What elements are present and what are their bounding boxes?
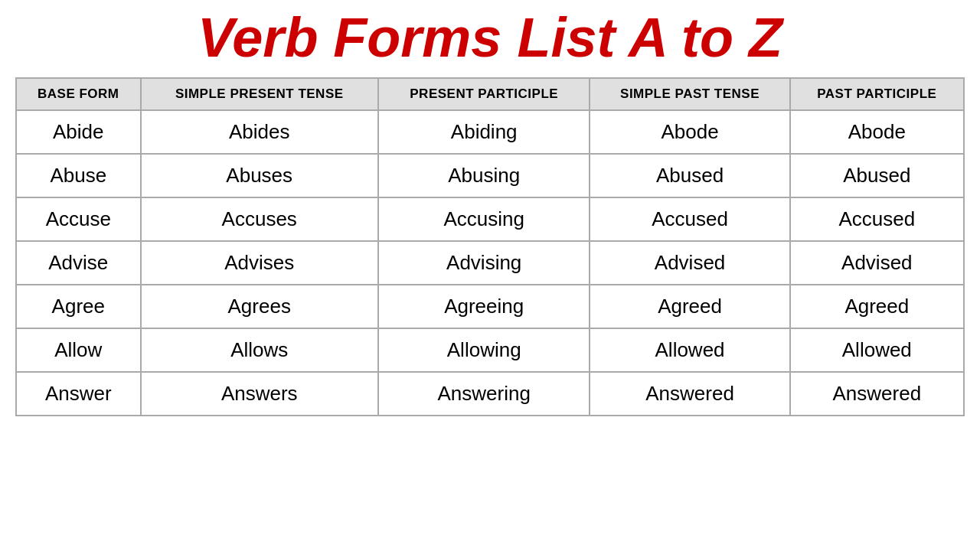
- table-cell: Allows: [141, 328, 378, 372]
- table-cell: Accused: [790, 197, 964, 241]
- table-row: AbideAbidesAbidingAbodeAbode: [16, 110, 964, 154]
- table-cell: Allowing: [378, 328, 590, 372]
- table-cell: Allowed: [590, 328, 789, 372]
- table-row: AllowAllowsAllowingAllowedAllowed: [16, 328, 964, 372]
- table-cell: Answering: [378, 372, 590, 416]
- table-cell: Allowed: [790, 328, 964, 372]
- table-header-row: BASE FORM SIMPLE PRESENT TENSE PRESENT P…: [16, 78, 964, 110]
- table-cell: Abide: [16, 110, 141, 154]
- table-cell: Answers: [141, 372, 378, 416]
- table-cell: Abiding: [378, 110, 590, 154]
- table-row: AbuseAbusesAbusingAbusedAbused: [16, 154, 964, 197]
- table-cell: Advising: [378, 241, 590, 285]
- verb-forms-table: BASE FORM SIMPLE PRESENT TENSE PRESENT P…: [15, 77, 965, 416]
- col-header-simple-present: SIMPLE PRESENT TENSE: [141, 78, 378, 110]
- table-cell: Agree: [16, 285, 141, 328]
- table-cell: Abused: [790, 154, 964, 197]
- table-cell: Abuse: [16, 154, 141, 197]
- table-cell: Agrees: [141, 285, 378, 328]
- table-cell: Advise: [16, 241, 141, 285]
- col-header-past-participle: PAST PARTICIPLE: [790, 78, 964, 110]
- table-row: AdviseAdvisesAdvisingAdvisedAdvised: [16, 241, 964, 285]
- table-cell: Answered: [590, 372, 789, 416]
- table-cell: Abode: [590, 110, 789, 154]
- page-title: Verb Forms List A to Z: [198, 8, 782, 68]
- table-cell: Agreed: [590, 285, 789, 328]
- col-header-simple-past: SIMPLE PAST TENSE: [590, 78, 789, 110]
- table-cell: Abuses: [141, 154, 378, 197]
- table-cell: Advised: [590, 241, 789, 285]
- table-cell: Abusing: [378, 154, 590, 197]
- table-row: AccuseAccusesAccusingAccusedAccused: [16, 197, 964, 241]
- table-cell: Abused: [590, 154, 789, 197]
- table-cell: Answered: [790, 372, 964, 416]
- table-cell: Allow: [16, 328, 141, 372]
- table-cell: Abides: [141, 110, 378, 154]
- table-cell: Accused: [590, 197, 789, 241]
- table-wrapper: BASE FORM SIMPLE PRESENT TENSE PRESENT P…: [15, 77, 965, 416]
- col-header-present-participle: PRESENT PARTICIPLE: [378, 78, 590, 110]
- table-row: AnswerAnswersAnsweringAnsweredAnswered: [16, 372, 964, 416]
- table-cell: Advised: [790, 241, 964, 285]
- table-cell: Abode: [790, 110, 964, 154]
- table-cell: Answer: [16, 372, 141, 416]
- table-cell: Agreed: [790, 285, 964, 328]
- table-cell: Advises: [141, 241, 378, 285]
- table-cell: Agreeing: [378, 285, 590, 328]
- table-cell: Accuse: [16, 197, 141, 241]
- col-header-base-form: BASE FORM: [16, 78, 141, 110]
- table-row: AgreeAgreesAgreeingAgreedAgreed: [16, 285, 964, 328]
- table-cell: Accusing: [378, 197, 590, 241]
- table-cell: Accuses: [141, 197, 378, 241]
